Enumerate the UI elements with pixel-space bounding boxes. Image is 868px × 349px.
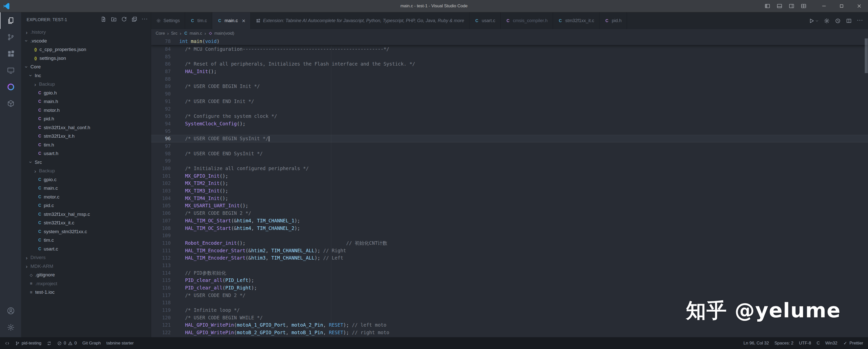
tab-cmsis-compiler.h[interactable]: Ccmsis_compiler.h (501, 12, 553, 29)
status-indentation[interactable]: Spaces: 2 (772, 337, 796, 349)
code-line-110[interactable]: 110 Robot_Encoder_init(); // 初始化CNT计数 (151, 239, 868, 247)
more-actions-button[interactable]: ··· (857, 18, 863, 24)
code-line-93[interactable]: 93 /* Configure the system clock */ (151, 112, 868, 120)
code-line-103[interactable]: 103 MX_TIM3_Init(); (151, 187, 868, 195)
tree-item-stm32f1xx_it.h[interactable]: Cstm32f1xx_it.h (21, 132, 151, 141)
tree-item-gpio.c[interactable]: Cgpio.c (21, 175, 151, 184)
code-line-86[interactable]: 86 /* Reset of all peripherals, Initiali… (151, 60, 868, 68)
status-encoding[interactable]: UTF-8 (796, 337, 814, 349)
tree-item-tim.h[interactable]: Ctim.h (21, 141, 151, 149)
tree-item-motor.c[interactable]: Cmotor.c (21, 193, 151, 202)
status-platform[interactable]: Win32 (823, 337, 840, 349)
tab-stm32f1xx-it.c[interactable]: Cstm32f1xx_it.c (553, 12, 599, 29)
code-line-97[interactable]: 97 (151, 142, 868, 150)
status-git-graph[interactable]: Git Graph (80, 337, 103, 349)
code-line-116[interactable]: 116 PID_clear_all(PID_Right); (151, 284, 868, 292)
code-line-114[interactable]: 114 // PID参数初始化 (151, 269, 868, 277)
breadcrumb-item-main-void-[interactable]: main(void) (208, 31, 234, 36)
line-number[interactable]: 100 (151, 165, 179, 172)
tree-item-.vscode[interactable]: ›.vscode (21, 37, 151, 45)
code-line-96[interactable]: 96 /* USER CODE BEGIN SysInit */ (151, 135, 868, 142)
line-number[interactable]: 91 (151, 98, 179, 105)
activity-item-tabnine[interactable] (0, 79, 21, 95)
line-number[interactable]: 86 (151, 60, 179, 68)
code-line-99[interactable]: 99 (151, 157, 868, 165)
new-file-button[interactable] (100, 16, 106, 23)
activity-item-explorer[interactable] (0, 12, 21, 29)
line-number[interactable]: 122 (151, 329, 179, 337)
breadcrumb-item-Src[interactable]: Src (171, 31, 178, 36)
line-number[interactable]: 101 (151, 172, 179, 180)
toggle-primary-sidebar-button[interactable] (763, 1, 772, 11)
tab-usart.c[interactable]: Cusart.c (469, 12, 501, 29)
tree-item-usart.h[interactable]: Cusart.h (21, 149, 151, 158)
more-actions-button[interactable]: ··· (142, 16, 148, 23)
status-language-mode[interactable]: C (814, 337, 823, 349)
code-editor[interactable]: 78 int main(void) 84 /* MCU Configuratio… (151, 37, 868, 337)
code-line-111[interactable]: 111 HAL_TIM_Encoder_Start(&htim2, TIM_CH… (151, 247, 868, 254)
code-line-101[interactable]: 101 MX_GPIO_Init(); (151, 172, 868, 180)
line-number[interactable]: 111 (151, 247, 179, 254)
tree-item-usart.c[interactable]: Cusart.c (21, 245, 151, 253)
line-number[interactable]: 110 (151, 239, 179, 247)
line-number[interactable]: 120 (151, 314, 179, 322)
line-number[interactable]: 117 (151, 292, 179, 299)
breadcrumb[interactable]: Core›Src›Cmain.c›main(void) (151, 29, 868, 37)
close-icon[interactable]: × (242, 18, 245, 24)
toggle-secondary-sidebar-button[interactable] (786, 1, 797, 11)
tree-item-gpio.h[interactable]: Cgpio.h (21, 89, 151, 98)
line-number[interactable]: 84 (151, 45, 179, 53)
split-editor-button[interactable] (846, 18, 852, 24)
code-line-84[interactable]: 84 /* MCU Configuration-----------------… (151, 45, 868, 53)
breadcrumb-item-Core[interactable]: Core (156, 31, 165, 36)
line-number[interactable]: 102 (151, 180, 179, 187)
activity-item-package-explorer[interactable] (0, 95, 21, 112)
line-number[interactable]: 104 (151, 195, 179, 202)
code-line-105[interactable]: 105 MX_USART1_UART_Init(); (151, 202, 868, 210)
line-number[interactable]: 103 (151, 187, 179, 195)
status-tabnine-status[interactable]: tabnine starter (103, 337, 136, 349)
maximize-button[interactable] (833, 0, 850, 12)
refresh-explorer-button[interactable] (121, 16, 127, 23)
line-number[interactable]: 85 (151, 53, 179, 61)
status-problems[interactable]: 00 (54, 337, 80, 349)
minimize-button[interactable] (815, 0, 833, 12)
tree-item-.mxproject[interactable]: ≡.mxproject (21, 279, 151, 288)
line-number[interactable]: 92 (151, 105, 179, 113)
tree-item-.gitignore[interactable]: ◇.gitignore (21, 271, 151, 279)
tree-item-MDK-ARM[interactable]: ›MDK-ARM (21, 262, 151, 271)
tree-item-tim.c[interactable]: Ctim.c (21, 236, 151, 245)
tree-item-Inc[interactable]: ›Inc (21, 71, 151, 80)
line-number[interactable]: 108 (151, 224, 179, 232)
tree-item-Core[interactable]: ›Core (21, 63, 151, 71)
code-line-100[interactable]: 100 /* Initialize all configured periphe… (151, 165, 868, 172)
code-line-108[interactable]: 108 HAL_TIM_OC_Start(&htim4, TIM_CHANNEL… (151, 224, 868, 232)
line-number[interactable]: 99 (151, 157, 179, 165)
line-number[interactable]: 109 (151, 232, 179, 239)
tree-item-motor.h[interactable]: Cmotor.h (21, 106, 151, 115)
code-line-109[interactable]: 109 (151, 232, 868, 239)
tab-settings[interactable]: Settings (151, 12, 185, 29)
code-line-89[interactable]: 89 /* USER CODE BEGIN Init */ (151, 83, 868, 90)
tree-item-stm32f1xx_hal_msp.c[interactable]: Cstm32f1xx_hal_msp.c (21, 210, 151, 219)
tree-item-settings.json[interactable]: {}settings.json (21, 54, 151, 63)
line-number[interactable]: 118 (151, 299, 179, 307)
line-number[interactable]: 97 (151, 142, 179, 150)
tree-item-main.h[interactable]: Cmain.h (21, 97, 151, 106)
run-button[interactable] (809, 18, 819, 24)
line-number[interactable]: 107 (151, 217, 179, 224)
tree-item-main.c[interactable]: Cmain.c (21, 184, 151, 193)
code-line-115[interactable]: 115 PID_clear_all(PID_Left); (151, 277, 868, 284)
status-git-branch[interactable]: pid-testing (12, 337, 44, 349)
activity-item-remote-explorer[interactable] (0, 62, 21, 79)
editor-scrollbar[interactable] (865, 37, 868, 337)
tree-item-stm32f1xx_hal_conf.h[interactable]: Cstm32f1xx_hal_conf.h (21, 124, 151, 132)
tree-item-Backup[interactable]: ›Backup (21, 167, 151, 175)
line-number[interactable]: 116 (151, 284, 179, 292)
scrollbar-thumb[interactable] (865, 38, 868, 73)
code-line-113[interactable]: 113 (151, 262, 868, 269)
line-number[interactable]: 114 (151, 269, 179, 277)
line-number[interactable]: 93 (151, 112, 179, 120)
collapse-folders-button[interactable] (131, 16, 137, 23)
tree-item-test-1.ioc[interactable]: ≡test-1.ioc (21, 288, 151, 297)
